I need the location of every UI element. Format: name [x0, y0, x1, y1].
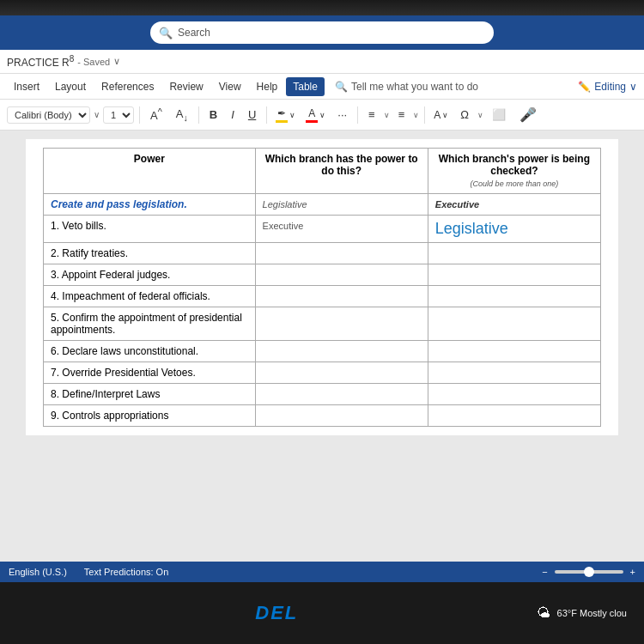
- table-row: 8. Define/Interpret Laws: [44, 384, 601, 405]
- document-area: Power Which branch has the power to do t…: [0, 131, 644, 562]
- status-bar: English (U.S.) Text Predictions: On − +: [0, 562, 644, 582]
- bullet-chevron: ∨: [384, 111, 390, 119]
- grow-font-button[interactable]: A^: [145, 105, 167, 124]
- toolbar-divider-3: [266, 106, 267, 124]
- highlight-chevron: ∨: [289, 111, 295, 119]
- zoom-minus-button[interactable]: −: [542, 567, 547, 577]
- tell-me-area[interactable]: 🔍 Tell me what you want to do: [335, 81, 478, 93]
- editing-chevron: ∨: [629, 81, 637, 93]
- title-bar: PRACTICE R8 - Saved ∨: [0, 50, 644, 74]
- search-bar-area: 🔍 Search: [0, 15, 644, 50]
- row0-power[interactable]: Create and pass legislation.: [44, 194, 256, 216]
- row7-checked[interactable]: [428, 362, 600, 384]
- title-chevron[interactable]: ∨: [113, 56, 120, 67]
- row4-power[interactable]: 4. Impeachment of federal officials.: [44, 286, 256, 307]
- row9-which[interactable]: [255, 405, 428, 427]
- font-color-button[interactable]: A ∨: [302, 106, 329, 125]
- extra-button[interactable]: ⬜: [487, 106, 511, 123]
- highlight-button[interactable]: ✒ ∨: [272, 106, 299, 125]
- italic-button[interactable]: I: [226, 106, 240, 123]
- row1-which[interactable]: Executive: [255, 216, 428, 243]
- doc-name: PRACTICE R8: [7, 54, 74, 69]
- row2-which[interactable]: [255, 243, 428, 264]
- row5-checked[interactable]: [428, 307, 600, 341]
- zoom-slider[interactable]: [555, 570, 623, 574]
- menu-item-insert[interactable]: Insert: [7, 77, 46, 96]
- row2-checked[interactable]: [428, 243, 600, 264]
- row4-which[interactable]: [255, 286, 428, 307]
- font-color-icon: A: [308, 107, 315, 119]
- menu-item-view[interactable]: View: [212, 77, 248, 96]
- could-be-more-label: (Could be more than one): [471, 179, 559, 188]
- bullet-list-button[interactable]: ≡: [363, 106, 380, 123]
- language-indicator: English (U.S.): [9, 567, 67, 577]
- row8-which[interactable]: [255, 384, 428, 405]
- find-chevron: ∨: [477, 111, 483, 119]
- font-color-bar: [306, 120, 318, 123]
- row3-power[interactable]: 3. Appoint Federal judges.: [44, 264, 256, 286]
- row3-checked[interactable]: [428, 264, 600, 286]
- find-button[interactable]: Ω: [455, 106, 474, 123]
- shrink-font-button[interactable]: A↓: [171, 106, 193, 125]
- row2-power[interactable]: 2. Ratify treaties.: [44, 243, 256, 264]
- row6-which[interactable]: [255, 341, 428, 362]
- row7-power[interactable]: 7. Override Presidential Vetoes.: [44, 362, 256, 384]
- bold-button[interactable]: B: [204, 106, 222, 123]
- toolbar-divider-2: [198, 106, 199, 124]
- header-checked-branch: Which branch's power is being checked? (…: [428, 149, 600, 194]
- table-row: 7. Override Presidential Vetoes.: [44, 362, 601, 384]
- weather-text: 63°F Mostly clou: [557, 608, 627, 618]
- highlight-color-bar: [276, 120, 288, 123]
- row6-power[interactable]: 6. Declare laws unconstitutional.: [44, 341, 256, 362]
- table-row: 9. Controls appropriations: [44, 405, 601, 427]
- zoom-plus-button[interactable]: +: [630, 567, 635, 577]
- row0-checked[interactable]: Executive: [428, 194, 600, 216]
- row1-checked[interactable]: Legislative: [428, 216, 600, 243]
- row3-which[interactable]: [255, 264, 428, 286]
- menu-item-help[interactable]: Help: [250, 77, 285, 96]
- font-selector[interactable]: Calibri (Body): [7, 106, 90, 124]
- row8-power[interactable]: 8. Define/Interpret Laws: [44, 384, 256, 405]
- font-color-chevron: ∨: [319, 111, 325, 119]
- row7-which[interactable]: [255, 362, 428, 384]
- zoom-thumb: [584, 567, 594, 577]
- more-options-button[interactable]: ···: [332, 106, 352, 123]
- dictate-button[interactable]: 🎤: [514, 105, 542, 125]
- editing-indicator[interactable]: ✏️ Editing ∨: [578, 81, 637, 93]
- header-power: Power: [44, 149, 256, 194]
- row6-checked[interactable]: [428, 341, 600, 362]
- highlight-icon: ✒: [277, 107, 286, 119]
- numbering-button[interactable]: ≡: [393, 106, 410, 123]
- menu-item-table[interactable]: Table: [286, 77, 325, 96]
- table-container: Power Which branch has the power to do t…: [26, 139, 618, 435]
- text-predictions-indicator: Text Predictions: On: [84, 567, 168, 577]
- row9-checked[interactable]: [428, 405, 600, 427]
- menu-item-layout[interactable]: Layout: [48, 77, 93, 96]
- weather-icon: 🌤: [537, 605, 550, 621]
- underline-button[interactable]: U: [243, 106, 261, 123]
- table-row: 6. Declare laws unconstitutional.: [44, 341, 601, 362]
- styles-button[interactable]: A ∨: [430, 107, 452, 123]
- table-row: 2. Ratify treaties.: [44, 243, 601, 264]
- menu-item-review[interactable]: Review: [162, 77, 210, 96]
- main-table: Power Which branch has the power to do t…: [43, 148, 601, 427]
- table-row: 4. Impeachment of federal officials.: [44, 286, 601, 307]
- row5-power[interactable]: 5. Confirm the appointment of presidenti…: [44, 307, 256, 341]
- numbering-chevron: ∨: [413, 111, 419, 119]
- table-header-row: Power Which branch has the power to do t…: [44, 149, 601, 194]
- row0-which[interactable]: Legislative: [255, 194, 428, 216]
- font-chevron: ∨: [94, 110, 100, 119]
- search-box[interactable]: 🔍 Search: [150, 21, 494, 44]
- row9-power[interactable]: 9. Controls appropriations: [44, 405, 256, 427]
- row1-power[interactable]: 1. Veto bills.: [44, 216, 256, 243]
- table-row: 3. Appoint Federal judges.: [44, 264, 601, 286]
- size-selector[interactable]: 11: [103, 106, 134, 124]
- row5-which[interactable]: [255, 307, 428, 341]
- row4-checked[interactable]: [428, 286, 600, 307]
- toolbar: Calibri (Body) ∨ 11 A^ A↓ B I U ✒ ∨ A ∨ …: [0, 100, 644, 131]
- menu-item-references[interactable]: References: [94, 77, 161, 96]
- toolbar-divider-4: [357, 106, 358, 124]
- light-icon: 🔍: [335, 81, 348, 93]
- row8-checked[interactable]: [428, 384, 600, 405]
- styles-chevron: ∨: [442, 111, 448, 119]
